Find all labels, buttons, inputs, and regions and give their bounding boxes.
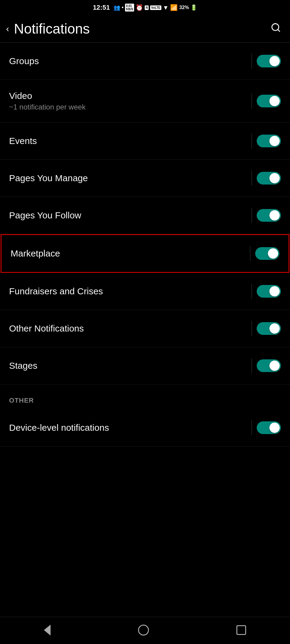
other-section-label: OTHER [9,397,34,404]
toggle-events[interactable] [257,135,281,147]
item-sublabel-video: ~1 notification per week [9,103,86,111]
item-right-pages-follow [252,208,281,223]
item-text-pages-follow: Pages You Follow [9,210,81,221]
toggle-stages[interactable] [257,359,281,372]
item-right-other-notifications [252,321,281,336]
item-label-other-notifications: Other Notifications [9,323,84,334]
settings-item-marketplace: Marketplace [1,234,289,273]
settings-item-other-notifications: Other Notifications [0,310,290,347]
item-text-fundraisers: Fundraisers and Crises [9,286,103,296]
battery-icon: 🔋 [190,4,197,11]
nav-back-button[interactable] [44,625,51,636]
item-label-pages-follow: Pages You Follow [9,210,81,221]
nav-recents-button[interactable] [236,625,246,635]
item-text-marketplace: Marketplace [11,248,60,259]
back-triangle-icon [44,625,51,636]
item-label-fundraisers: Fundraisers and Crises [9,286,103,296]
item-right-events [252,133,281,149]
item-text-events: Events [9,136,37,146]
item-text-groups: Groups [9,56,39,66]
page-title: Notifications [14,21,90,37]
data-speed-icon: 0.01KB/S [125,4,134,11]
toggle-groups[interactable] [257,55,281,67]
divider-stages [252,358,252,373]
status-bar: 12:51 👥 • 0.01KB/S ⏰ N VoLTE ▼ 📶 32% 🔋 [0,0,290,15]
settings-item-fundraisers: Fundraisers and Crises [0,273,290,310]
divider-events [252,133,252,149]
item-label-events: Events [9,136,37,146]
recents-square-icon [236,625,246,635]
alarm-icon: ⏰ [136,4,143,11]
settings-list: Groups Video ~1 notification per week Ev… [0,43,290,617]
divider-fundraisers [252,284,252,299]
lte-icon: VoLTE [150,5,161,10]
settings-item-stages: Stages [0,347,290,384]
svg-line-1 [278,30,280,31]
home-circle-icon [138,625,149,636]
toggle-device-notifications[interactable] [257,421,281,434]
dot-icon: • [122,5,124,11]
spacer [0,446,290,617]
settings-item-events: Events [0,123,290,160]
nav-home-button[interactable] [138,625,149,636]
item-right-groups [252,54,281,69]
item-text-pages-manage: Pages You Manage [9,173,88,183]
item-right-pages-manage [252,171,281,186]
divider-video [252,93,252,109]
toggle-video[interactable] [257,95,281,107]
settings-item-video: Video ~1 notification per week [0,80,290,123]
back-button[interactable]: ‹ [6,24,9,33]
wifi-icon: ▼ [163,4,169,11]
item-text-video: Video ~1 notification per week [9,91,86,111]
divider-device-notifications [252,420,252,435]
toggle-fundraisers[interactable] [257,285,281,298]
settings-item-device-notifications: Device-level notifications [0,409,290,446]
status-time: 12:51 [93,4,110,11]
n-icon: N [145,5,149,10]
divider-other-notifications [252,321,252,336]
other-section-header: OTHER [0,384,290,409]
item-right-fundraisers [252,284,281,299]
item-label-stages: Stages [9,361,37,371]
teams-icon: 👥 [114,4,120,11]
toggle-pages-manage[interactable] [257,172,281,185]
search-button[interactable] [271,22,281,35]
item-label-groups: Groups [9,56,39,66]
toggle-other-notifications[interactable] [257,322,281,335]
divider-pages-manage [252,171,252,186]
item-label-marketplace: Marketplace [11,248,60,259]
settings-item-groups: Groups [0,43,290,80]
item-label-device-notifications: Device-level notifications [9,423,109,433]
header-left: ‹ Notifications [6,21,90,37]
toggle-pages-follow[interactable] [257,209,281,222]
item-right-marketplace [250,246,279,261]
nav-bar [0,617,290,644]
item-label-video: Video [9,91,86,101]
divider-pages-follow [252,208,252,223]
item-right-stages [252,358,281,373]
toggle-marketplace[interactable] [255,247,279,260]
page-header: ‹ Notifications [0,15,290,42]
item-right-video [252,93,281,109]
item-label-pages-manage: Pages You Manage [9,173,88,183]
item-text-other-notifications: Other Notifications [9,323,84,334]
item-text-device-notifications: Device-level notifications [9,423,109,433]
settings-item-pages-follow: Pages You Follow [0,197,290,234]
settings-item-pages-manage: Pages You Manage [0,160,290,197]
item-right-device-notifications [252,420,281,435]
divider-marketplace [250,246,250,261]
status-icons: 👥 • 0.01KB/S ⏰ N VoLTE ▼ 📶 32% 🔋 [114,4,197,11]
item-text-stages: Stages [9,361,37,371]
signal-icon: 📶 [170,4,178,11]
divider-groups [252,54,252,69]
battery-percent: 32% [179,5,189,10]
